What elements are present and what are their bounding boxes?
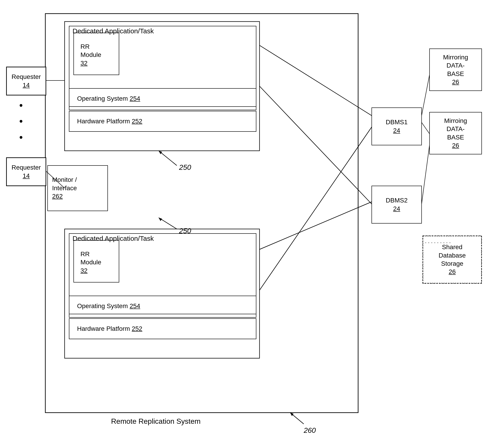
mirror-db-bottom-line2: DATA- (447, 125, 465, 133)
svg-line-22 (260, 127, 372, 290)
rr-bottom-line2: Module (80, 258, 101, 266)
requester-top-id: 14 (23, 81, 30, 89)
os-top-id: 254 (130, 95, 140, 103)
dbms1-label: DBMS1 (386, 118, 408, 126)
os-bottom: Operating System 254 (72, 297, 258, 315)
svg-marker-30 (159, 151, 162, 154)
svg-line-19 (260, 45, 372, 116)
label-260: 260 (304, 426, 316, 435)
shared-db-box: . . . . . . . . . Shared Database Storag… (423, 236, 482, 283)
svg-marker-34 (290, 413, 293, 416)
monitor-id: 262 (52, 192, 63, 200)
label-250-top: 250 (179, 163, 191, 172)
svg-line-24 (422, 122, 430, 134)
shared-db-id: 26 (449, 268, 456, 276)
label-250-bottom: 250 (179, 227, 191, 235)
rr-module-top: RR Module 32 (77, 35, 119, 75)
hw-top: Hardware Platform 252 (72, 112, 258, 130)
hw-bottom-id: 252 (132, 325, 142, 333)
monitor-box: Monitor / Interface 262 (47, 166, 108, 211)
dbms1-id: 24 (393, 127, 400, 135)
requester-bottom-box: Requester 14 (6, 158, 46, 186)
os-bottom-id: 254 (130, 302, 140, 310)
svg-line-23 (422, 75, 430, 116)
os-bottom-label: Operating System (77, 302, 128, 310)
mirror-db-bottom-line3: BASE (447, 133, 464, 142)
os-top-label: Operating System (77, 95, 128, 103)
rr-top-line1: RR (80, 43, 89, 51)
hw-bottom-label: Hardware Platform (77, 325, 130, 333)
dbms1-box: DBMS1 24 (372, 108, 422, 145)
connections-svg (0, 0, 488, 448)
svg-marker-32 (159, 218, 162, 221)
dots: • • • (19, 97, 23, 145)
hw-bottom: Hardware Platform 252 (72, 320, 258, 338)
dbms2-id: 24 (393, 205, 400, 213)
mirror-db-bottom-line1: Mirroing (444, 117, 467, 125)
svg-line-29 (159, 151, 177, 166)
svg-line-21 (260, 202, 372, 249)
requester-bottom-id: 14 (23, 172, 30, 180)
app-task-top-label: Dedicated Application/Task (72, 27, 154, 35)
hw-top-label: Hardware Platform (77, 117, 130, 125)
mirror-db-bottom-box: Mirroing DATA- BASE 26 (430, 112, 482, 154)
hw-top-id: 252 (132, 117, 142, 125)
mirror-db-top-line3: BASE (447, 70, 464, 78)
svg-line-33 (290, 413, 304, 424)
requester-top-box: Requester 14 (6, 67, 46, 95)
requester-bottom-label: Requester (12, 163, 41, 172)
mirror-db-top-id: 26 (452, 78, 459, 86)
svg-line-20 (260, 86, 372, 204)
monitor-line2: Interface (52, 184, 77, 192)
dbms2-label: DBMS2 (386, 196, 408, 205)
svg-line-31 (159, 218, 177, 229)
mirror-db-top-box: Mirroring DATA- BASE 26 (430, 49, 482, 91)
mirror-db-top-line1: Mirroring (443, 53, 468, 61)
rr-top-line2: Module (80, 51, 101, 59)
shared-db-line2: Database (439, 251, 466, 260)
rr-bottom-id: 32 (80, 267, 87, 275)
main-system-label: Remote Replication System (111, 417, 201, 425)
dbms2-box: DBMS2 24 (372, 186, 422, 223)
mirror-db-bottom-id: 26 (452, 142, 459, 150)
shared-db-line3: Storage (441, 260, 463, 268)
os-top: Operating System 254 (72, 89, 258, 108)
app-task-bottom-label: Dedicated Application/Task (72, 235, 154, 242)
diagram: Requester 14 • • • Requester 14 Dedicate… (0, 0, 488, 448)
rr-module-bottom: RR Module 32 (77, 243, 119, 282)
monitor-line1: Monitor / (52, 176, 77, 184)
mirror-db-top-line2: DATA- (447, 61, 465, 70)
rr-top-id: 32 (80, 59, 87, 67)
requester-top-label: Requester (12, 73, 41, 81)
svg-line-25 (422, 145, 430, 204)
rr-bottom-line1: RR (80, 250, 89, 258)
